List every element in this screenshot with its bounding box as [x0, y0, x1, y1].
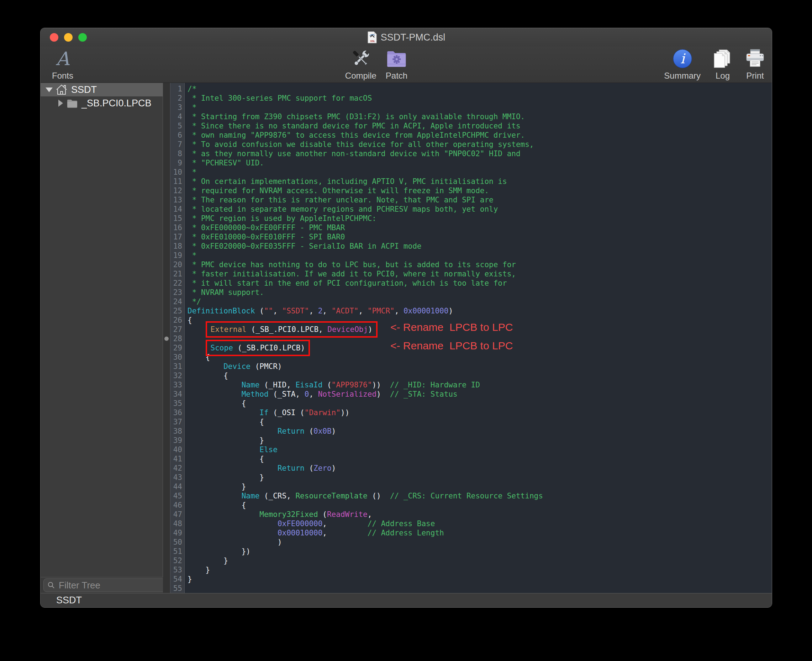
- code-line: 51 }): [163, 547, 772, 556]
- minimize-button[interactable]: [64, 33, 73, 42]
- gutter-marker-cell: [163, 158, 171, 168]
- code-token: "": [264, 307, 273, 315]
- code-token: * 0xFE000000~0xFE00FFFF - PMC MBAR: [187, 224, 345, 232]
- code-token: (_STA,: [269, 390, 305, 398]
- code-token: (_OSI (: [269, 409, 305, 417]
- close-button[interactable]: [50, 33, 58, 42]
- code-token: ResourceTemplate: [295, 492, 367, 500]
- code-line: 13 * The reason for this is rather uncle…: [163, 195, 772, 204]
- line-number: 15: [171, 214, 185, 223]
- code-editor[interactable]: 1/*2 * Intel 300-series PMC support for …: [163, 83, 772, 593]
- line-number: 46: [171, 501, 185, 510]
- code-token: (_CRS,: [259, 492, 295, 500]
- line-number: 12: [171, 186, 185, 195]
- line-number: 9: [171, 158, 185, 168]
- filter-tree-input[interactable]: [58, 580, 179, 591]
- gutter-marker-cell: [163, 463, 171, 473]
- summary-button[interactable]: i Summary: [664, 48, 701, 83]
- code-line: 45 Name (_CRS, ResourceTemplate () // _C…: [163, 491, 772, 501]
- code-token: * NVRAM support.: [187, 288, 264, 297]
- print-button[interactable]: Print: [745, 48, 766, 83]
- code-text: * PMC device has nothing to do to LPC bu…: [185, 260, 772, 269]
- filter-tree-field[interactable]: [43, 578, 182, 592]
- code-token: ): [332, 464, 336, 473]
- gutter-marker-cell: [163, 241, 171, 251]
- line-number: 52: [171, 556, 185, 565]
- compile-button[interactable]: Compile: [345, 48, 376, 83]
- line-number: 23: [171, 288, 185, 297]
- log-button[interactable]: Log: [713, 48, 733, 83]
- code-token: NotSerialized: [318, 390, 376, 398]
- disclosure-open-icon[interactable]: [46, 88, 53, 92]
- code-token: (_SB_.PCI0.LPCB,: [251, 325, 328, 334]
- code-token: Zero: [313, 464, 332, 473]
- code-token: * as they normally use another non-stand…: [187, 149, 521, 158]
- code-line: 24 */: [163, 297, 772, 306]
- line-number: 31: [171, 362, 185, 371]
- code-text: }: [185, 436, 772, 445]
- folder-icon: [67, 99, 78, 108]
- code-text: }: [185, 565, 772, 575]
- gutter-marker-cell: [163, 269, 171, 279]
- code-line: 2 * Intel 300-series PMC support for mac…: [163, 94, 772, 103]
- tree-label-ssdt: SSDT: [71, 84, 97, 95]
- code-text: }: [185, 482, 772, 491]
- code-token: {: [187, 399, 246, 408]
- code-token: ,: [368, 510, 372, 519]
- gutter-marker-cell: [163, 232, 171, 241]
- gutter-marker-cell: [163, 547, 171, 556]
- code-token: * Intel 300-series PMC support for macOS: [187, 94, 372, 102]
- tree-row-ssdt[interactable]: SSDT: [41, 83, 163, 96]
- gutter-marker-cell: [163, 195, 171, 204]
- filter-area: [41, 577, 163, 593]
- code-token: (: [318, 510, 327, 519]
- rename-annotation: <- Rename LPCB to LPC: [390, 341, 513, 350]
- code-line: 15 * PMC region is used by AppleIntelPCH…: [163, 214, 772, 223]
- code-token: (_HID,: [259, 381, 295, 389]
- titlebar[interactable]: DSL SSDT-PMC.dsl: [41, 28, 772, 46]
- code-token: [187, 390, 241, 398]
- line-number: 30: [171, 353, 185, 362]
- gutter-marker-cell: [163, 528, 171, 538]
- gutter-marker-cell: [163, 204, 171, 214]
- acpi-tree[interactable]: SSDT _SB.PCI0.LPCB: [41, 83, 163, 577]
- gutter-marker-cell: [163, 334, 171, 343]
- code-line: 42 Return (Zero): [163, 463, 772, 473]
- zoom-button[interactable]: [78, 33, 87, 42]
- gutter-marker-cell: [163, 353, 171, 362]
- code-token: * 0xFE020000~0xFE035FFF - SerialIo BAR i…: [187, 242, 421, 251]
- line-number: 14: [171, 204, 185, 214]
- code-token: [187, 528, 278, 537]
- line-number: 37: [171, 417, 185, 426]
- code-text: * PMC region is used by AppleIntelPCHPMC…: [185, 214, 772, 223]
- rename-annotation: <- Rename LPCB to LPC: [390, 323, 513, 332]
- code-line: 21 * faster initialisation. If we add it…: [163, 269, 772, 279]
- code-token: Return: [278, 427, 305, 436]
- gutter-marker-cell: [163, 131, 171, 140]
- printer-icon: [745, 49, 766, 69]
- code-line: 12 * required for NVRAM access. Otherwis…: [163, 186, 772, 195]
- code-text: /*: [185, 84, 772, 94]
- code-text: * 0xFE020000~0xFE035FFF - SerialIo BAR i…: [185, 241, 772, 251]
- line-number: 49: [171, 528, 185, 538]
- info-icon: i: [672, 48, 693, 69]
- code-token: 2: [318, 307, 323, 315]
- code-token: (: [259, 307, 264, 315]
- code-line: 17 * 0xFE010000~0xFE010FFF - SPI BAR0: [163, 232, 772, 241]
- line-number: 25: [171, 306, 185, 316]
- line-number: 13: [171, 195, 185, 204]
- code-token: ,: [359, 307, 368, 315]
- code-token: * On certain implementations, including …: [187, 177, 507, 186]
- disclosure-closed-icon[interactable]: [58, 100, 63, 107]
- tree-row-sb-pci0-lpcb[interactable]: _SB.PCI0.LPCB: [41, 96, 163, 110]
- code-token: * it will start in the end of PCI config…: [187, 279, 507, 287]
- line-number: 8: [171, 149, 185, 158]
- fonts-button[interactable]: A Fonts: [52, 48, 73, 83]
- line-number: 42: [171, 463, 185, 473]
- patch-button[interactable]: Patch: [386, 48, 408, 83]
- document-proxy-icon[interactable]: DSL: [367, 31, 377, 43]
- code-line: 55: [163, 584, 772, 593]
- line-number: 22: [171, 279, 185, 288]
- code-token: "ACDT": [332, 307, 359, 315]
- patch-label: Patch: [386, 71, 408, 80]
